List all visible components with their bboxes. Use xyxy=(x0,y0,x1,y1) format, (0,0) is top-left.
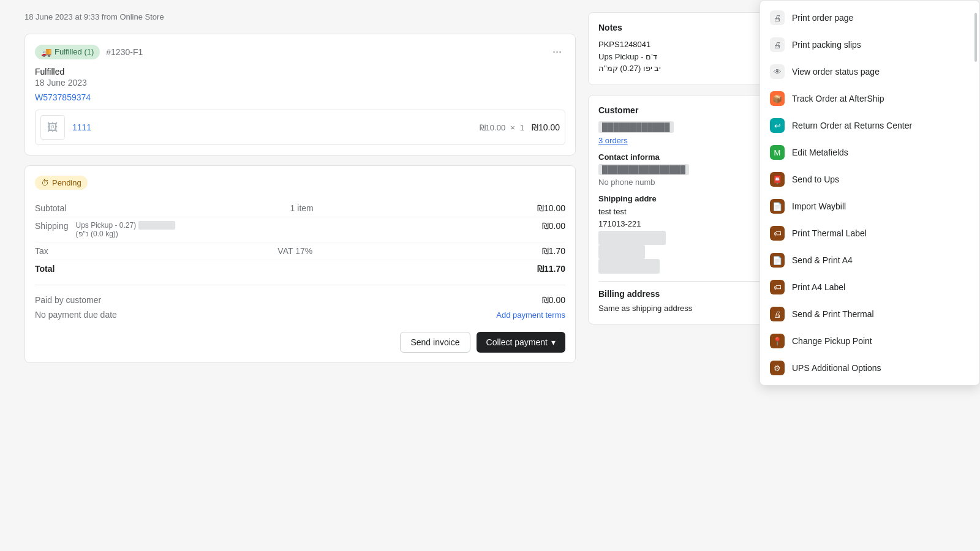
print-packing-slips-icon: 🖨 xyxy=(770,37,785,52)
print-a4-label-label: Print A4 Label xyxy=(792,282,845,292)
dropdown-item-send-print-thermal[interactable]: 🖨Send & Print Thermal xyxy=(760,301,979,328)
dropdown-item-send-print-a4[interactable]: 📄Send & Print A4 xyxy=(760,247,979,274)
import-waybill-icon: 📄 xyxy=(770,199,785,214)
pending-badge-label: Pending xyxy=(52,178,81,187)
paid-value: ₪0.00 xyxy=(542,295,565,305)
product-qty: 1 xyxy=(520,123,524,132)
no-due-date-row: No payment due date Add payment terms xyxy=(35,307,565,322)
notes-title: Notes xyxy=(598,23,774,32)
print-packing-slips-label: Print packing slips xyxy=(792,40,861,50)
send-invoice-button[interactable]: Send invoice xyxy=(400,332,470,353)
dropdown-item-track-aftership[interactable]: 📦Track Order at AfterShip xyxy=(760,85,979,112)
print-order-page-icon: 🖨 xyxy=(770,10,785,25)
subtotal-value: ₪10.00 xyxy=(537,203,565,213)
chevron-down-icon: ▾ xyxy=(551,337,556,347)
billing-title: Billing address xyxy=(598,289,774,299)
edit-metafields-icon: M xyxy=(770,145,785,160)
dropdown-item-change-pickup-point[interactable]: 📍Change Pickup Point xyxy=(760,328,979,354)
dropdown-item-send-to-ups[interactable]: 📮Send to Ups xyxy=(760,166,979,193)
ups-additional-options-label: UPS Additional Options xyxy=(792,363,881,373)
tracking-link[interactable]: W5737859374 xyxy=(35,92,91,102)
address-line2: 171013-221 xyxy=(598,219,641,228)
customer-card: Customer ████████████ 3 orders Contact i… xyxy=(588,95,784,325)
change-pickup-point-label: Change Pickup Point xyxy=(792,336,872,346)
product-image-icon: 🖼 xyxy=(47,121,58,134)
shipping-value: ₪0.00 xyxy=(542,221,565,231)
dropdown-item-import-waybill[interactable]: 📄Import Waybill xyxy=(760,193,979,220)
fulfillment-status: Fulfilled xyxy=(35,67,565,77)
dropdown-item-print-order-page[interactable]: 🖨Print order page xyxy=(760,4,979,31)
fulfilled-badge: 🚚 Fulfilled (1) xyxy=(35,45,100,59)
notes-content: PKPS1248041 Ups Pickup - ד'ם יב יפו (0.2… xyxy=(598,39,774,75)
truck-icon: 🚚 xyxy=(41,47,51,57)
pending-badge: ⏱ Pending xyxy=(35,176,88,190)
orders-link[interactable]: 3 orders xyxy=(598,136,628,145)
send-print-a4-label: Send & Print A4 xyxy=(792,255,853,265)
send-print-thermal-icon: 🖨 xyxy=(770,307,785,321)
paid-row: Paid by customer ₪0.00 xyxy=(35,293,565,307)
return-order-icon: ↩ xyxy=(770,118,785,133)
fulfilled-left: 🚚 Fulfilled (1) #1230-F1 xyxy=(35,45,143,59)
import-waybill-label: Import Waybill xyxy=(792,201,846,211)
no-phone-text: No phone numb xyxy=(598,178,774,187)
print-thermal-label-label: Print Thermal Label xyxy=(792,228,867,238)
total-label: Total xyxy=(35,264,55,274)
address-line4: ████████ xyxy=(598,245,645,259)
collect-payment-button[interactable]: Collect payment ▾ xyxy=(477,332,565,353)
dropdown-item-print-thermal-label[interactable]: 🏷Print Thermal Label xyxy=(760,220,979,247)
customer-title: Customer xyxy=(598,105,774,115)
shipping-address-title: Shipping addre xyxy=(598,194,774,203)
fulfilled-header: 🚚 Fulfilled (1) #1230-F1 ··· xyxy=(35,44,565,59)
contact-email: ████████████████ xyxy=(598,164,689,175)
dropdown-item-view-order-status[interactable]: 👁View order status page xyxy=(760,58,979,85)
billing-text: Same as shipping address xyxy=(598,302,774,315)
shipping-detail-line1: Ups Pickup - 0.27) blur xyxy=(76,221,535,230)
subtotal-label: Subtotal xyxy=(35,203,66,213)
tax-label: Tax xyxy=(35,246,48,256)
print-order-page-label: Print order page xyxy=(792,13,853,23)
view-order-status-label: View order status page xyxy=(792,67,880,77)
address-line5: ███ ███ ████ xyxy=(598,259,660,273)
more-options-button[interactable]: ··· xyxy=(549,44,565,59)
fulfilled-card: 🚚 Fulfilled (1) #1230-F1 ··· Fulfilled 1… xyxy=(24,34,576,156)
tax-detail: VAT 17% xyxy=(277,246,312,256)
fulfilled-badge-label: Fulfilled (1) xyxy=(55,47,94,56)
subtotal-items: 1 item xyxy=(290,203,314,213)
edit-metafields-label: Edit Metafields xyxy=(792,148,848,157)
address-line1: test test xyxy=(598,207,627,216)
shipping-detail-line2: (נ"פ (0.0 kg)) xyxy=(76,230,535,238)
total-value: ₪11.70 xyxy=(537,264,565,274)
ups-additional-options-icon: ⚙ xyxy=(770,361,785,375)
dropdown-item-print-packing-slips[interactable]: 🖨Print packing slips xyxy=(760,31,979,58)
dropdown-item-return-order[interactable]: ↩Return Order at Returns Center xyxy=(760,112,979,139)
fulfillment-date: 18 June 2023 xyxy=(35,78,565,88)
address-line3: ████████████ xyxy=(598,231,666,245)
track-aftership-label: Track Order at AfterShip xyxy=(792,94,884,103)
payment-divider xyxy=(35,285,565,285)
dropdown-item-print-a4-label[interactable]: 🏷Print A4 Label xyxy=(760,274,979,301)
view-order-status-icon: 👁 xyxy=(770,64,785,79)
paid-label: Paid by customer xyxy=(35,295,101,305)
product-thumbnail: 🖼 xyxy=(40,115,65,140)
product-price: ₪10.00 xyxy=(480,123,506,132)
add-payment-terms-link[interactable]: Add payment terms xyxy=(496,310,565,320)
product-name[interactable]: 1111 xyxy=(72,122,472,132)
send-to-ups-label: Send to Ups xyxy=(792,174,839,184)
dropdown-menu: 🖨Print order page🖨Print packing slips👁Vi… xyxy=(760,0,980,386)
no-due-date-label: No payment due date xyxy=(35,310,117,320)
dropdown-item-ups-additional-options[interactable]: ⚙UPS Additional Options xyxy=(760,354,979,381)
pending-icon: ⏱ xyxy=(41,178,49,187)
subtotal-row: Subtotal 1 item ₪10.00 xyxy=(35,200,565,217)
shipping-row: Shipping Ups Pickup - 0.27) blur (נ"פ (0… xyxy=(35,217,565,242)
print-a4-label-icon: 🏷 xyxy=(770,280,785,294)
print-thermal-label-icon: 🏷 xyxy=(770,226,785,241)
product-total: ₪10.00 xyxy=(532,122,560,132)
address-divider xyxy=(598,281,774,282)
send-to-ups-icon: 📮 xyxy=(770,172,785,187)
product-price-info: ₪10.00 × 1 xyxy=(480,123,524,132)
notes-card: Notes PKPS1248041 Ups Pickup - ד'ם יב יפ… xyxy=(588,12,784,85)
tax-row: Tax VAT 17% ₪1.70 xyxy=(35,242,565,260)
product-row: 🖼 1111 ₪10.00 × 1 ₪10.00 xyxy=(35,110,565,145)
collect-payment-label: Collect payment xyxy=(486,337,548,347)
dropdown-item-edit-metafields[interactable]: MEdit Metafields xyxy=(760,139,979,166)
